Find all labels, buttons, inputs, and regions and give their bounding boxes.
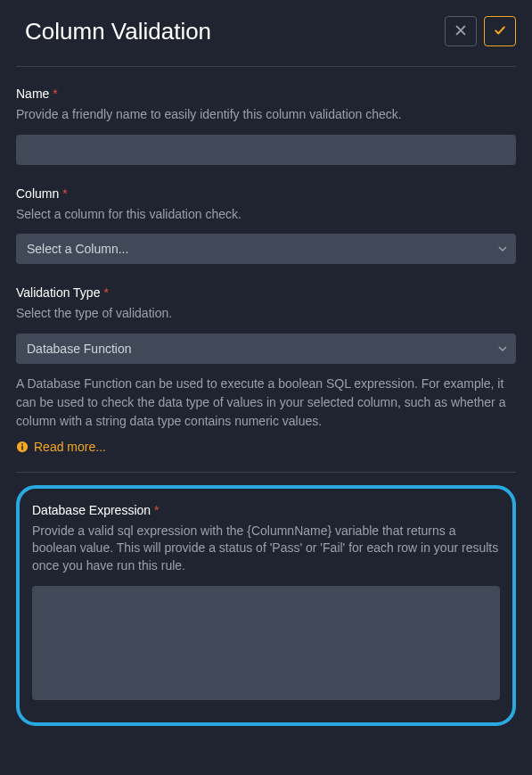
confirm-button[interactable] — [484, 16, 516, 46]
name-input[interactable] — [16, 135, 516, 165]
close-icon — [454, 24, 467, 39]
expression-label: Database Expression — [32, 503, 151, 517]
column-select[interactable]: Select a Column... — [16, 234, 516, 264]
column-label: Column — [16, 186, 59, 201]
required-marker: * — [103, 285, 108, 300]
validation-type-label-row: Validation Type * — [16, 285, 516, 300]
svg-point-2 — [21, 443, 23, 445]
column-select-wrap: Select a Column... — [16, 234, 516, 264]
required-marker: * — [154, 503, 159, 517]
section-divider — [16, 472, 516, 473]
column-validation-modal: Column Validation Name * Provide a frien… — [0, 0, 532, 749]
modal-title: Column Validation — [16, 18, 211, 45]
name-label-row: Name * — [16, 87, 516, 101]
header-actions — [445, 16, 516, 46]
check-icon — [494, 24, 506, 39]
required-marker: * — [53, 87, 57, 101]
expression-help: Provide a valid sql expression with the … — [32, 523, 500, 575]
column-group: Column * Select a column for this valida… — [16, 186, 516, 265]
name-group: Name * Provide a friendly name to easily… — [16, 87, 516, 165]
expression-label-row: Database Expression * — [32, 503, 500, 517]
name-help: Provide a friendly name to easily identi… — [16, 106, 516, 124]
modal-header: Column Validation — [16, 16, 516, 67]
validation-type-group: Validation Type * Select the type of val… — [16, 285, 516, 364]
validation-type-select[interactable]: Database Function — [16, 334, 516, 364]
read-more-label: Read more... — [34, 440, 106, 454]
required-marker: * — [62, 186, 67, 201]
expression-highlight-box: Database Expression * Provide a valid sq… — [16, 485, 516, 726]
name-label: Name — [16, 87, 49, 101]
column-label-row: Column * — [16, 186, 516, 201]
validation-type-description: A Database Function can be used to execu… — [16, 375, 516, 431]
validation-type-help: Select the type of validation. — [16, 305, 516, 323]
expression-textarea[interactable] — [32, 586, 500, 700]
column-help: Select a column for this validation chec… — [16, 206, 516, 224]
info-icon — [16, 441, 29, 453]
read-more-link[interactable]: Read more... — [16, 440, 106, 454]
validation-type-select-wrap: Database Function — [16, 334, 516, 364]
svg-rect-1 — [21, 445, 23, 449]
close-button[interactable] — [445, 16, 477, 46]
validation-type-label: Validation Type — [16, 285, 100, 300]
